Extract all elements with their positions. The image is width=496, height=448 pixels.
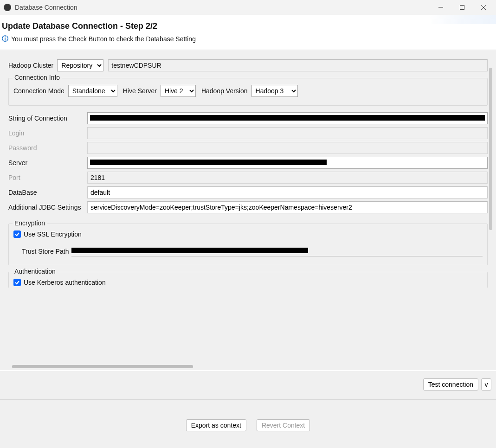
database-label: DataBase	[8, 189, 87, 196]
window-title: Database Connection	[15, 4, 77, 11]
window-minimize-button[interactable]	[430, 0, 451, 15]
ssl-encryption-checkbox[interactable]	[13, 230, 21, 238]
kerberos-auth-label: Use Kerberos authentication	[24, 279, 106, 286]
ssl-encryption-label: Use SSL Encryption	[24, 230, 82, 238]
connection-mode-label: Connection Mode	[13, 87, 64, 95]
redacted-content	[90, 115, 485, 121]
hadoop-cluster-label: Hadoop Cluster	[8, 62, 53, 69]
kerberos-auth-checkbox[interactable]	[13, 279, 21, 286]
connection-info-group: Connection Info Connection Mode Standalo…	[8, 78, 488, 106]
horizontal-scrollbar[interactable]	[12, 365, 193, 368]
wizard-bottom-bar: Export as context Revert Context	[0, 400, 496, 448]
hive-server-select[interactable]: Hive 2	[161, 85, 196, 97]
test-connection-dropdown-button[interactable]: v	[481, 378, 491, 390]
additional-jdbc-input[interactable]	[87, 201, 488, 213]
connection-mode-select[interactable]: Standalone	[68, 85, 117, 97]
revert-context-button: Revert Context	[257, 419, 310, 431]
server-label: Server	[8, 159, 87, 166]
additional-jdbc-label: Additional JDBC Settings	[8, 204, 87, 211]
hadoop-version-label: Hadoop Version	[201, 87, 248, 95]
trust-store-path-label: Trust Store Path	[22, 248, 69, 255]
password-input	[87, 142, 488, 154]
database-input[interactable]	[87, 186, 488, 198]
vertical-scrollbar[interactable]	[489, 68, 492, 230]
window-titlebar: Database Connection	[0, 0, 496, 15]
wizard-header: Update Database Connection - Step 2/2 ⓘ …	[0, 15, 496, 50]
connection-info-legend: Connection Info	[13, 74, 62, 81]
info-icon: ⓘ	[2, 35, 8, 43]
window-maximize-button[interactable]	[451, 0, 473, 15]
encryption-group: Encryption Use SSL Encryption Trust Stor…	[8, 224, 488, 265]
header-decoration	[412, 15, 496, 24]
info-message: You must press the Check Button to check…	[11, 35, 196, 43]
authentication-group: Authentication Use Kerberos authenticati…	[8, 272, 488, 288]
hadoop-cluster-name-text: testnewCDPSUR	[111, 62, 161, 69]
svg-rect-1	[460, 6, 464, 10]
hadoop-cluster-name-field: testnewCDPSUR	[108, 59, 488, 71]
login-label: Login	[8, 129, 87, 137]
port-input	[87, 172, 488, 184]
form-scroll-area: Hadoop Cluster Repository testnewCDPSUR …	[0, 50, 496, 371]
redacted-content	[71, 248, 308, 253]
test-connection-bar: Test connection v	[0, 371, 496, 400]
port-label: Port	[8, 174, 87, 181]
test-connection-button[interactable]: Test connection	[423, 378, 478, 390]
hadoop-cluster-row: Hadoop Cluster Repository testnewCDPSUR	[8, 59, 488, 71]
encryption-legend: Encryption	[13, 219, 47, 227]
login-input	[87, 127, 488, 139]
redacted-content	[90, 160, 327, 165]
hive-server-label: Hive Server	[123, 87, 157, 95]
password-label: Password	[8, 144, 87, 152]
window-close-button[interactable]	[473, 0, 494, 15]
hadoop-cluster-mode-select[interactable]: Repository	[57, 59, 103, 71]
app-icon	[4, 4, 11, 11]
export-as-context-button[interactable]: Export as context	[186, 419, 246, 431]
authentication-legend: Authentication	[13, 268, 58, 275]
hadoop-version-select[interactable]: Hadoop 3	[251, 85, 298, 97]
string-of-connection-label: String of Connection	[8, 115, 87, 122]
trust-store-path-input[interactable]	[71, 246, 483, 256]
